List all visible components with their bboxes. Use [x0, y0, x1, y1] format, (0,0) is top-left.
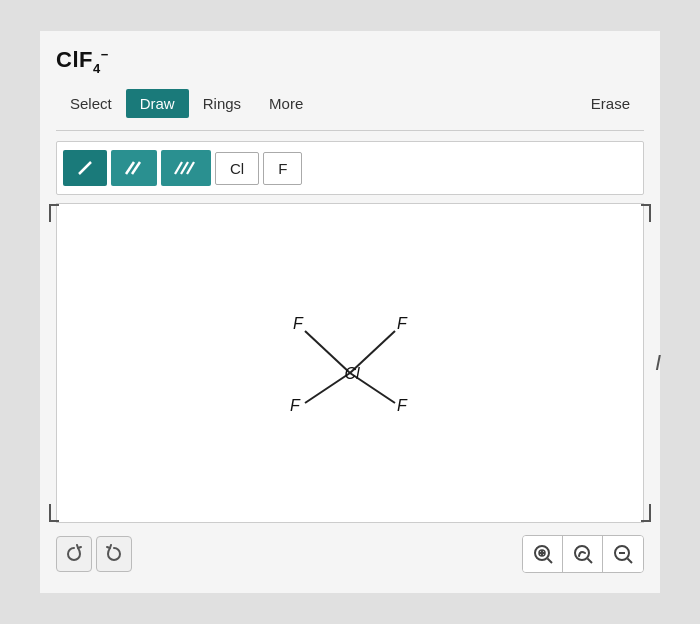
bracket-bottom-left: [49, 504, 59, 522]
bottom-bar: [56, 531, 644, 577]
zoom-reset-button[interactable]: [563, 536, 603, 572]
formula-superscript: −: [101, 47, 109, 62]
erase-button[interactable]: Erase: [577, 89, 644, 118]
triple-bond-icon: [173, 158, 199, 178]
single-bond-button[interactable]: [63, 150, 107, 186]
svg-line-21: [587, 559, 592, 564]
double-bond-icon: [123, 158, 145, 178]
zoom-out-icon: [612, 543, 634, 565]
triple-bond-button[interactable]: [161, 150, 211, 186]
zoom-reset-icon: [572, 543, 594, 565]
redo-icon: [64, 544, 84, 564]
bracket-right: [641, 204, 651, 522]
undo-button[interactable]: [96, 536, 132, 572]
zoom-in-button[interactable]: [523, 536, 563, 572]
undo-redo-group: [56, 536, 132, 572]
chlorine-atom-button[interactable]: Cl: [215, 152, 259, 185]
molecule-canvas[interactable]: Cl F F F F I: [56, 203, 644, 523]
rings-button[interactable]: Rings: [189, 89, 255, 118]
zoom-in-icon: [532, 543, 554, 565]
redo-button[interactable]: [56, 536, 92, 572]
undo-icon: [104, 544, 124, 564]
molecule-diagram: Cl F F F F: [240, 283, 460, 443]
zoom-out-button[interactable]: [603, 536, 643, 572]
svg-line-0: [79, 162, 91, 174]
bracket-left: [49, 204, 59, 522]
svg-line-6: [305, 331, 350, 373]
formula-subscript: 4: [93, 60, 101, 75]
draw-tools-bar: Cl F: [56, 141, 644, 195]
svg-text:F: F: [290, 397, 301, 414]
zoom-controls: [522, 535, 644, 573]
fluorine-atom-button[interactable]: F: [263, 152, 302, 185]
molecule-title: ClF4−: [56, 47, 644, 76]
svg-text:F: F: [293, 315, 304, 332]
svg-text:Cl: Cl: [344, 365, 360, 382]
bracket-bottom-right: [641, 504, 651, 522]
svg-line-8: [305, 373, 350, 403]
cursor-indicator: I: [655, 350, 661, 376]
svg-line-24: [628, 559, 633, 564]
single-bond-icon: [75, 158, 95, 178]
bracket-top-left: [49, 204, 59, 222]
toolbar-divider: [56, 130, 644, 131]
double-bond-button[interactable]: [111, 150, 157, 186]
svg-text:F: F: [397, 397, 408, 414]
more-button[interactable]: More: [255, 89, 317, 118]
select-button[interactable]: Select: [56, 89, 126, 118]
toolbar: Select Draw Rings More Erase: [56, 89, 644, 118]
svg-text:F: F: [397, 315, 408, 332]
formula-text: ClF: [56, 47, 93, 72]
draw-button[interactable]: Draw: [126, 89, 189, 118]
svg-line-18: [547, 559, 552, 564]
bracket-top-right: [641, 204, 651, 222]
